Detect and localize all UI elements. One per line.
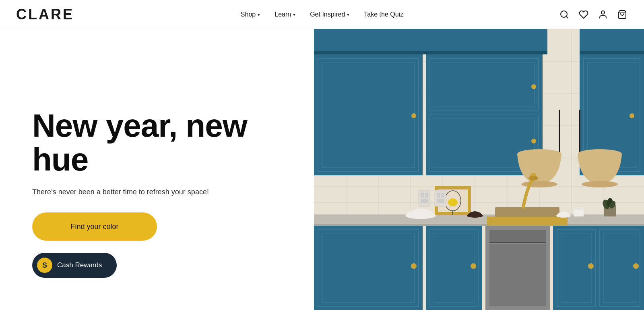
site-header: CLARE Shop ▾ Learn ▾ Get Inspired ▾ Take… [0,0,644,29]
chevron-down-icon: ▾ [293,12,295,17]
cash-rewards-label: Cash Rewards [57,261,102,269]
svg-rect-89 [425,193,428,198]
svg-rect-90 [421,199,428,203]
svg-rect-88 [421,193,424,198]
hero-subtext: There’s never been a better time to refr… [32,188,282,196]
hero-image [314,29,644,310]
svg-point-2 [601,11,605,14]
kitchen-illustration [314,29,644,310]
find-color-button[interactable]: Find your color [32,212,157,241]
hero-section: New year, new hue There’s never been a b… [0,29,314,310]
svg-point-53 [411,263,417,269]
svg-rect-49 [314,224,644,226]
nav-item-take-the-quiz[interactable]: Take the Quiz [364,11,403,18]
svg-rect-21 [314,29,547,53]
svg-rect-28 [430,58,539,111]
cash-rewards-icon: S [37,258,52,273]
nav-item-shop[interactable]: Shop ▾ [241,11,260,18]
svg-point-39 [630,113,634,118]
svg-point-77 [448,198,458,206]
svg-point-72 [528,176,538,181]
svg-rect-60 [489,244,546,306]
header-actions [559,9,628,20]
svg-rect-93 [441,193,444,198]
svg-rect-66 [600,230,640,306]
wishlist-icon[interactable] [578,9,589,20]
svg-rect-55 [430,230,478,306]
svg-point-33 [531,139,536,144]
svg-point-57 [471,263,476,269]
main-nav: Shop ▾ Learn ▾ Get Inspired ▾ Take the Q… [241,11,403,18]
svg-rect-35 [580,51,644,54]
account-icon[interactable] [597,9,609,20]
svg-point-47 [582,181,618,187]
nav-item-get-inspired[interactable]: Get Inspired ▾ [310,11,349,18]
chevron-down-icon: ▾ [347,12,349,17]
svg-rect-87 [419,190,430,206]
search-icon[interactable] [559,9,570,20]
svg-rect-92 [437,193,440,198]
svg-rect-22 [314,51,547,54]
svg-point-68 [633,263,639,269]
brand-logo[interactable]: CLARE [16,6,74,23]
cash-rewards-badge[interactable]: S Cash Rewards [32,253,117,278]
svg-rect-69 [487,216,568,225]
svg-line-1 [566,16,568,18]
svg-rect-94 [437,199,444,203]
svg-rect-51 [318,230,419,306]
chevron-down-icon: ▾ [258,12,260,17]
svg-point-43 [521,181,557,187]
svg-rect-91 [435,190,446,206]
nav-item-learn[interactable]: Learn ▾ [275,11,295,18]
main-content: New year, new hue There’s never been a b… [0,29,644,310]
svg-point-26 [411,113,416,118]
svg-rect-24 [318,58,419,171]
svg-point-82 [573,207,584,210]
svg-rect-70 [495,207,559,217]
svg-point-32 [531,84,536,89]
svg-point-65 [588,263,594,269]
cart-icon[interactable] [617,9,628,20]
hero-headline: New year, new hue [32,109,282,177]
svg-rect-59 [489,230,546,242]
svg-rect-34 [580,29,644,53]
